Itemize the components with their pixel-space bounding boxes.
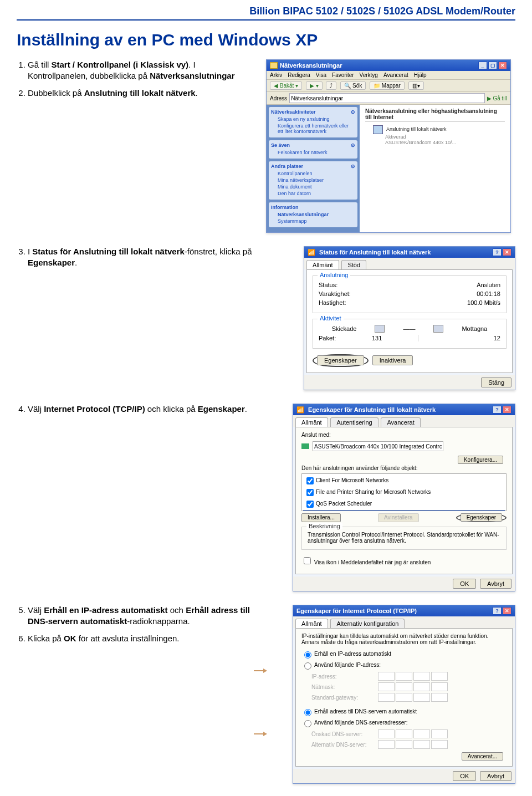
sidebar-item[interactable]: Den här datorn <box>271 191 355 196</box>
close-icon[interactable]: ✕ <box>503 248 511 256</box>
section-title: Inställning av en PC med Windows XP <box>17 30 515 49</box>
section-4: Välj Internet Protocol (TCP/IP) och klic… <box>17 404 515 591</box>
tab-general[interactable]: Allmänt <box>295 417 328 427</box>
window-titlebar: Nätverksanslutningar _ ▢ ✕ <box>267 60 510 71</box>
deactivate-button[interactable]: Inaktivera <box>372 355 413 365</box>
cancel-button[interactable]: Avbryt <box>480 579 511 589</box>
step-text-1-2: Gå till Start / Kontrollpanel (i Klassis… <box>17 59 266 99</box>
connect-with-label: Anslut med: <box>301 432 507 438</box>
connection-item[interactable]: Anslutning till lokalt nätverk Aktiverad… <box>365 124 505 146</box>
dialog-title: 📶 Status för Anslutning till lokalt nätv… <box>308 249 431 256</box>
close-icon[interactable]: ✕ <box>503 607 511 615</box>
highlighted-properties: Egenskaper <box>313 354 369 367</box>
tab-support[interactable]: Stöd <box>341 260 366 269</box>
checkbox[interactable] <box>306 477 314 484</box>
section-5: Välj Erhåll en IP-adress automatiskt och… <box>17 605 515 784</box>
sidebar-places: Andra platser⊙ Kontrollpanelen Mina nätv… <box>269 161 357 200</box>
window-title: Nätverksanslutningar <box>270 62 342 69</box>
tab-general[interactable]: Allmänt <box>295 619 328 628</box>
menubar[interactable]: ArkivRedigeraVisaFavoriterVerktygAvancer… <box>267 71 510 80</box>
tcpip-properties-dialog: Egenskaper för Internet Protocol (TCP/IP… <box>293 605 515 784</box>
install-button[interactable]: Installera... <box>301 513 341 522</box>
dialog-title: Egenskaper för Internet Protocol (TCP/IP… <box>296 608 417 614</box>
address-input[interactable] <box>289 93 485 103</box>
help-icon[interactable]: ? <box>493 607 502 615</box>
connection-status-dialog: 📶 Status för Anslutning till lokalt nätv… <box>304 246 515 390</box>
connection-properties-dialog: 📶 Egenskaper för Anslutning till lokalt … <box>293 404 515 591</box>
radio-auto-dns[interactable]: Erhåll adress till DNS-servern automatis… <box>301 707 507 716</box>
tray-checkbox[interactable] <box>304 557 311 564</box>
adapter-name <box>313 441 443 451</box>
activity-icon <box>433 325 443 333</box>
fwd-button[interactable]: ▶ ▾ <box>306 81 323 90</box>
ok-button[interactable]: OK <box>453 579 476 589</box>
go-button[interactable]: ▶ Gå till <box>487 95 507 101</box>
uninstall-button: Avinstallera <box>378 513 419 522</box>
sidebar-info: Information Nätverksanslutningar Systemm… <box>269 202 357 227</box>
section-1: Gå till Start / Kontrollpanel (i Klassis… <box>17 59 515 233</box>
arrow-icon <box>254 670 266 671</box>
sidebar-item[interactable]: Mina nätverksplatser <box>271 177 355 183</box>
step-3: I Status för Anslutning till lokalt nätv… <box>28 246 255 269</box>
dialog-title: 📶 Egenskaper för Anslutning till lokalt … <box>296 406 436 414</box>
tabbar: Allmänt Stöd <box>304 258 515 269</box>
properties-button[interactable]: Egenskaper <box>461 513 502 522</box>
highlighted-properties: Egenskaper <box>456 513 507 522</box>
help-icon[interactable]: ? <box>493 248 502 256</box>
description-text: Transmission Control Protocol/Internet P… <box>308 532 500 544</box>
arrow-icon <box>254 733 266 734</box>
connection-group: Anslutning Status:Ansluten Varaktighet:0… <box>313 275 507 313</box>
back-button[interactable]: ◀ Bakåt ▾ <box>270 81 302 90</box>
folders-button[interactable]: 📁 Mappar <box>370 81 405 90</box>
activity-group: Aktivitet Skickade —— Mottagna Paket:131… <box>313 319 507 349</box>
status-icon: 📶 <box>308 249 315 256</box>
radio-manual-dns[interactable]: Använd följande DNS-serveradresser: <box>301 718 507 727</box>
checkbox[interactable] <box>306 489 314 496</box>
close-icon[interactable]: ✕ <box>503 406 511 414</box>
radio-auto-ip[interactable]: Erhåll en IP-adress automatiskt <box>301 650 507 659</box>
views-button[interactable]: ▥▾ <box>408 81 424 90</box>
step-6: Klicka på OK för att avsluta inställning… <box>28 633 255 644</box>
explorer-main: Nätverksanslutning eller höghastighetsan… <box>360 105 510 232</box>
properties-button[interactable]: Egenskaper <box>317 355 364 365</box>
tab-general[interactable]: Allmänt <box>306 260 339 269</box>
doc-header: Billion BIPAC 5102 / 5102S / 5102G ADSL … <box>17 0 515 21</box>
step-4: Välj Internet Protocol (TCP/IP) och klic… <box>28 404 255 415</box>
up-button[interactable]: ⤴ <box>326 81 336 90</box>
activity-icon <box>375 325 385 333</box>
search-button[interactable]: 🔍 Sök <box>340 81 366 90</box>
network-connections-window: Nätverksanslutningar _ ▢ ✕ ArkivRedigera… <box>266 59 511 233</box>
advanced-button[interactable]: Avancerat... <box>462 752 503 761</box>
tabbar: Allmänt Autentisering Avancerat <box>293 415 515 427</box>
address-bar[interactable]: Adress ▶ Gå till <box>267 92 510 105</box>
sidebar-item[interactable]: Felsökaren för nätverk <box>271 150 355 155</box>
connection-icon <box>373 125 383 134</box>
radio-manual-ip[interactable]: Använd följande IP-adress: <box>301 661 507 670</box>
sidebar-item[interactable]: Konfigurera ett hemnätverk eller ett lit… <box>271 123 355 134</box>
close-button[interactable]: Stäng <box>481 377 511 387</box>
max-icon[interactable]: ▢ <box>488 62 497 69</box>
help-icon[interactable]: ? <box>493 406 502 414</box>
protocol-list[interactable]: Client For Microsoft Networks File and P… <box>301 473 507 511</box>
tab-auth[interactable]: Autentisering <box>330 417 378 427</box>
tab-adv[interactable]: Avancerat <box>381 417 420 427</box>
step-5: Välj Erhåll en IP-adress automatiskt och… <box>28 605 255 627</box>
checkbox[interactable] <box>306 501 314 508</box>
toolbar[interactable]: ◀ Bakåt ▾ ▶ ▾ ⤴ 🔍 Sök 📁 Mappar ▥▾ <box>267 80 510 92</box>
folder-icon <box>270 62 278 69</box>
step-1: Gå till Start / Kontrollpanel (i Klassis… <box>28 59 255 82</box>
sidebar-item[interactable]: Kontrollpanelen <box>271 171 355 176</box>
min-icon[interactable]: _ <box>478 62 487 69</box>
ok-button[interactable]: OK <box>453 771 476 781</box>
close-icon[interactable]: ✕ <box>498 62 507 69</box>
sidebar-item[interactable]: Skapa en ny anslutning <box>271 116 355 122</box>
explorer-sidebar: Nätverksaktiviteter⊙ Skapa en ny anslutn… <box>267 105 360 232</box>
sidebar-tasks: Nätverksaktiviteter⊙ Skapa en ny anslutn… <box>269 107 357 137</box>
tab-alt[interactable]: Alternativ konfiguration <box>330 619 405 628</box>
configure-button[interactable]: Konfigurera... <box>458 456 503 464</box>
sidebar-seealso: Se även⊙ Felsökaren för nätverk <box>269 140 357 159</box>
sidebar-item[interactable]: Mina dokument <box>271 184 355 190</box>
cancel-button[interactable]: Avbryt <box>480 771 511 781</box>
section-3: I Status för Anslutning till lokalt nätv… <box>17 246 515 390</box>
adapter-icon <box>301 443 309 449</box>
